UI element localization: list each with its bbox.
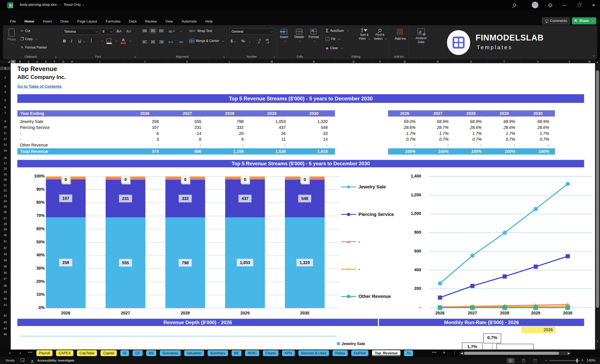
column-header-W[interactable]: W bbox=[584, 60, 595, 63]
menu-tab-help[interactable]: Help bbox=[201, 18, 217, 24]
column-header-O[interactable]: O bbox=[335, 60, 372, 63]
row-header-39[interactable]: 39 bbox=[0, 290, 10, 293]
row-header-4[interactable]: 4 bbox=[0, 90, 10, 94]
row-header-3[interactable]: 3 bbox=[0, 84, 10, 88]
dialog-launcher-icon[interactable]: ↘ bbox=[273, 55, 275, 58]
italic-button[interactable]: I bbox=[71, 39, 72, 43]
sheet-tab-kpis[interactable]: KPIs bbox=[282, 350, 295, 356]
menu-tab-view[interactable]: View bbox=[161, 18, 178, 24]
row-header-16[interactable]: 16 bbox=[0, 156, 10, 159]
fill-button[interactable]: ↓Fill bbox=[326, 37, 340, 41]
menu-tab-review[interactable]: Review bbox=[141, 18, 161, 24]
horizontal-scroll-thumb[interactable] bbox=[464, 352, 559, 355]
row-header-34[interactable]: 34 bbox=[0, 259, 10, 262]
horizontal-scrollbar[interactable]: ◀ ▶ bbox=[459, 351, 571, 355]
column-header-T[interactable]: T bbox=[488, 60, 521, 63]
row-header-40[interactable]: 40 bbox=[0, 297, 10, 300]
column-header-A[interactable]: A bbox=[11, 60, 16, 63]
column-header-L[interactable]: L bbox=[209, 60, 251, 63]
comma-format-button[interactable]: , bbox=[249, 39, 250, 43]
zoom-slider-thumb[interactable] bbox=[576, 359, 578, 363]
all-sheets-button[interactable]: ••• bbox=[28, 350, 33, 354]
dialog-launcher-icon[interactable]: ↘ bbox=[54, 55, 57, 58]
column-header-Q[interactable]: Q bbox=[388, 60, 421, 63]
underline-button[interactable]: U bbox=[78, 39, 85, 43]
row-header-20[interactable]: 20 bbox=[0, 178, 10, 181]
menu-tab-insert[interactable]: Insert bbox=[39, 18, 56, 24]
select-all-corner[interactable] bbox=[0, 60, 11, 63]
decrease-decimal-button[interactable]: .00→0 bbox=[265, 38, 269, 44]
borders-dropdown[interactable] bbox=[100, 39, 103, 43]
avatar[interactable] bbox=[532, 2, 538, 8]
fill-color-dropdown[interactable] bbox=[114, 39, 117, 43]
minimize-button[interactable]: — bbox=[562, 2, 567, 8]
orientation-button[interactable]: ab↗ bbox=[169, 29, 175, 33]
scroll-up-icon[interactable]: ▲ bbox=[596, 61, 599, 64]
column-header-K[interactable]: K bbox=[166, 60, 209, 63]
legend-item[interactable]: Jewelry Sale bbox=[341, 184, 386, 190]
row-header-37[interactable]: 37 bbox=[0, 277, 10, 281]
share-button[interactable]: ⇱Share bbox=[572, 17, 596, 24]
row-header-30[interactable]: 30 bbox=[0, 233, 10, 237]
menu-tab-page-layout[interactable]: Page Layout bbox=[73, 18, 101, 24]
zoom-level[interactable]: 140% bbox=[587, 359, 595, 362]
legend-item[interactable]: Piercing Service bbox=[341, 212, 394, 217]
column-header-V[interactable]: V bbox=[555, 60, 584, 63]
zoom-slider[interactable] bbox=[549, 360, 580, 361]
row-header-22[interactable]: 22 bbox=[0, 189, 10, 192]
row-header-42[interactable]: 42 bbox=[0, 314, 10, 317]
accessibility-status[interactable]: Accessibility: Investigate bbox=[37, 359, 74, 362]
row-header-12[interactable]: 12 bbox=[0, 137, 10, 140]
fill-color-button[interactable] bbox=[106, 38, 112, 44]
read-only-badge[interactable]: Read-Only bbox=[64, 3, 81, 7]
row-header-45[interactable]: 45 bbox=[0, 333, 10, 336]
sheet-tab-ratios[interactable]: Ratios bbox=[332, 350, 348, 356]
legend-item[interactable]: - bbox=[341, 239, 360, 244]
row-header-10[interactable]: 10 bbox=[0, 125, 10, 129]
row-header-44[interactable]: 44 bbox=[0, 327, 10, 330]
row-header-24[interactable]: 24 bbox=[0, 200, 10, 203]
sheet-tab-dupont[interactable]: DuPont bbox=[351, 350, 368, 356]
sheet-tab-charts[interactable]: Charts bbox=[263, 350, 279, 356]
format-cells-button[interactable]: Format bbox=[309, 29, 319, 43]
vertical-scroll-thumb[interactable] bbox=[596, 70, 599, 308]
column-header-D[interactable]: D bbox=[33, 60, 42, 63]
column-header-F[interactable]: F bbox=[50, 60, 59, 63]
addins-button[interactable]: Add-ins bbox=[395, 29, 406, 40]
row-header-13[interactable]: 13 bbox=[0, 143, 10, 146]
row-header-27[interactable]: 27 bbox=[0, 217, 10, 220]
row-header-21[interactable]: 21 bbox=[0, 183, 10, 187]
align-left-button[interactable] bbox=[142, 40, 147, 44]
copy-button[interactable]: Copy bbox=[21, 37, 37, 41]
toc-link[interactable]: Go to Table of Contents bbox=[17, 84, 62, 89]
align-center-button[interactable] bbox=[151, 40, 155, 44]
clear-button[interactable]: ◆Clear bbox=[326, 46, 343, 50]
zoom-out-button[interactable]: − bbox=[545, 358, 547, 363]
vertical-scrollbar[interactable]: ▲ ▼ bbox=[595, 63, 600, 350]
menu-tab-home[interactable]: Home bbox=[20, 18, 38, 24]
scroll-right-icon[interactable]: ▶ bbox=[568, 352, 570, 355]
column-header-J[interactable]: J bbox=[124, 60, 166, 63]
row-header-5[interactable]: 5 bbox=[0, 99, 10, 102]
number-format-select[interactable]: General bbox=[230, 28, 274, 35]
autosum-button[interactable]: ΣAutoSum bbox=[326, 28, 348, 33]
runrate-year-cell[interactable]: 2026 bbox=[522, 326, 555, 333]
row-header-29[interactable]: 29 bbox=[0, 228, 10, 231]
sheet-tab-payroll[interactable]: Payroll bbox=[36, 350, 53, 356]
column-header-U[interactable]: U bbox=[521, 60, 555, 63]
sheet-tab-summary[interactable]: Summary bbox=[207, 350, 228, 356]
add-sheet-button[interactable]: + bbox=[443, 350, 446, 355]
premium-gem-icon[interactable] bbox=[547, 2, 553, 8]
increase-indent-button[interactable]: ⇥≡ bbox=[178, 40, 183, 44]
column-header-B[interactable]: B bbox=[16, 60, 24, 63]
column-header-R[interactable]: R bbox=[421, 60, 454, 63]
row-header-25[interactable]: 25 bbox=[0, 205, 10, 208]
analyze-data-button[interactable]: AnalyzeData bbox=[416, 28, 427, 44]
prev-sheet-button[interactable]: ‹ bbox=[9, 350, 10, 355]
font-size-select[interactable]: 8 bbox=[101, 28, 113, 35]
row-header-26[interactable]: 26 bbox=[0, 210, 10, 214]
merge-center-button[interactable]: Merge & Center bbox=[189, 39, 224, 43]
search-icon[interactable] bbox=[512, 2, 517, 8]
row-header-38[interactable]: 38 bbox=[0, 284, 10, 287]
comments-button[interactable]: Comments bbox=[542, 17, 570, 24]
